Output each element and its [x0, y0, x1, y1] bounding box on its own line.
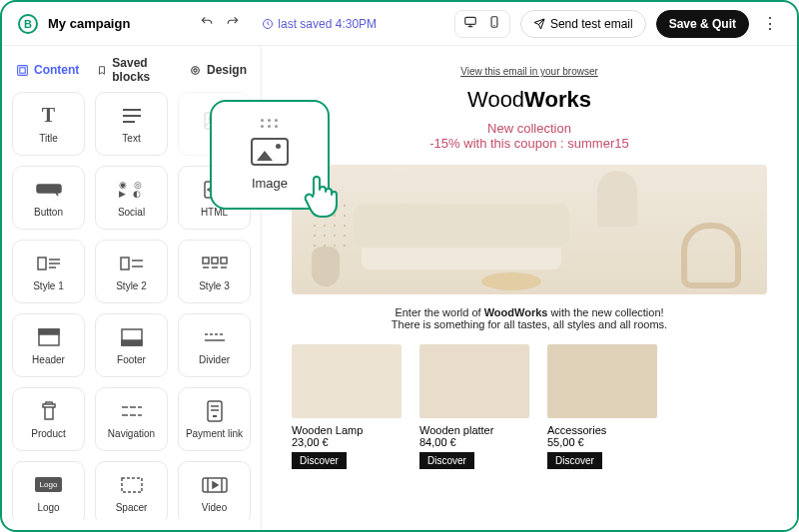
style3-icon [202, 253, 228, 274]
svg-rect-38 [208, 401, 222, 421]
hero-image [292, 165, 767, 294]
block-logo[interactable]: LogoLogo [12, 461, 85, 520]
svg-rect-27 [39, 329, 59, 334]
svg-rect-3 [18, 65, 28, 75]
social-icon: ◉ ◎▶ ◐ [119, 179, 144, 201]
undo-icon[interactable] [200, 15, 214, 33]
discover-button[interactable]: Discover [419, 452, 474, 469]
campaign-title: My campaign [48, 16, 130, 31]
product-image [547, 344, 657, 418]
drag-handle-icon [261, 119, 279, 128]
svg-rect-21 [212, 258, 218, 264]
logo-icon: Logo [35, 474, 63, 496]
block-navigation[interactable]: Navigation [95, 387, 168, 451]
product-card: Wooden Lamp 23,00 € Discover [292, 344, 401, 469]
send-test-button[interactable]: Send test email [520, 10, 646, 38]
footer-icon [121, 326, 143, 348]
block-divider[interactable]: Divider [178, 313, 251, 377]
product-image [292, 344, 401, 418]
product-name: Wooden Lamp [292, 424, 401, 436]
product-name: Accessories [547, 424, 657, 436]
product-price: 55,00 € [547, 436, 657, 448]
block-footer[interactable]: Footer [95, 313, 168, 377]
block-button[interactable]: Button [12, 166, 85, 230]
desktop-icon[interactable] [463, 15, 477, 33]
tab-saved-blocks[interactable]: Saved blocks [97, 56, 171, 84]
block-title[interactable]: TTitle [12, 92, 85, 156]
promo-line-1: New collection [292, 121, 767, 136]
button-icon [36, 179, 62, 201]
product-card: Wooden platter 84,00 € Discover [419, 344, 529, 469]
svg-rect-29 [122, 340, 142, 345]
intro-text: Enter the world of WoodWorks with the ne… [292, 306, 767, 330]
save-quit-button[interactable]: Save & Quit [656, 10, 749, 38]
svg-rect-1 [465, 17, 476, 24]
svg-rect-41 [122, 478, 142, 492]
spacer-icon [121, 474, 143, 496]
block-spacer[interactable]: Spacer [95, 461, 168, 520]
drag-label: Image [252, 176, 288, 191]
product-image [419, 344, 529, 418]
text-icon [121, 105, 143, 127]
block-text[interactable]: Text [95, 92, 168, 156]
svg-rect-20 [203, 258, 209, 264]
svg-rect-4 [20, 67, 25, 72]
promo-line-2: -15% with this coupon : summer15 [292, 136, 767, 151]
style1-icon [37, 253, 61, 274]
block-style3[interactable]: Style 3 [178, 240, 251, 303]
view-in-browser-link[interactable]: View this email in your browser [292, 66, 767, 77]
block-payment[interactable]: Payment link [178, 387, 251, 451]
product-name: Wooden platter [419, 424, 529, 436]
last-saved: last saved 4:30PM [262, 17, 377, 31]
brand-logo: B [18, 14, 38, 34]
svg-rect-11 [37, 185, 61, 193]
tab-design[interactable]: Design [189, 56, 247, 84]
brand-heading: WoodWorks [292, 87, 767, 113]
block-video[interactable]: Video [178, 461, 251, 520]
more-icon[interactable]: ⋮ [759, 9, 781, 39]
tab-content[interactable]: Content [16, 56, 79, 84]
block-style1[interactable]: Style 1 [12, 240, 85, 303]
product-price: 84,00 € [419, 436, 529, 448]
block-header[interactable]: Header [12, 313, 85, 377]
payment-icon [205, 400, 225, 422]
block-social[interactable]: ◉ ◎▶ ◐Social [95, 166, 168, 230]
svg-rect-22 [221, 258, 227, 264]
navigation-icon [120, 400, 144, 422]
header-icon [38, 326, 60, 348]
divider-icon [203, 326, 227, 348]
product-price: 23,00 € [292, 436, 401, 448]
video-icon [202, 474, 228, 496]
cursor-hand-icon [300, 172, 340, 218]
product-icon [39, 400, 59, 422]
email-canvas[interactable]: View this email in your browser WoodWork… [262, 46, 797, 530]
style2-icon [120, 253, 144, 274]
image-icon [251, 138, 289, 166]
title-icon: T [42, 105, 55, 127]
redo-icon[interactable] [226, 15, 240, 33]
block-product[interactable]: Product [12, 387, 85, 451]
mobile-icon[interactable] [487, 15, 501, 33]
svg-point-5 [194, 68, 197, 71]
product-card: Accessories 55,00 € Discover [547, 344, 657, 469]
block-style2[interactable]: Style 2 [95, 240, 168, 303]
svg-rect-17 [121, 258, 129, 269]
discover-button[interactable]: Discover [292, 452, 347, 469]
discover-button[interactable]: Discover [547, 452, 602, 469]
svg-rect-13 [38, 258, 46, 269]
